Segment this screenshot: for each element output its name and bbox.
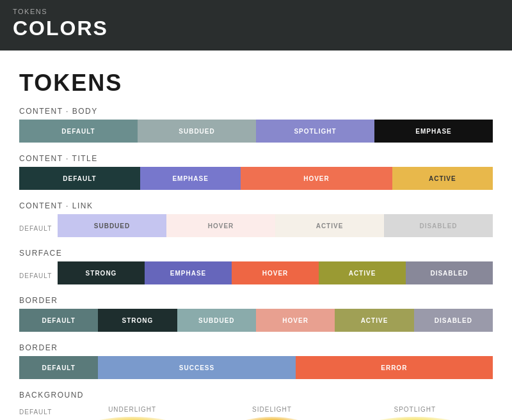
swatch-br1-active: ACTIVE bbox=[335, 309, 413, 332]
swatch-cl-subdued: SUBDUED bbox=[58, 214, 166, 237]
swatch-br1-default: DEFAULT bbox=[19, 309, 98, 332]
section-content-title: CONTENT · TITLE DEFAULT EMPHASE HOVER AC… bbox=[19, 154, 493, 190]
swatch-br1-subdued: SUBDUED bbox=[177, 309, 256, 332]
section-background: BACKGROUND DEFAULT UNDERLIGHT SIDELIGHT … bbox=[19, 391, 493, 420]
bg-underlight-item: UNDERLIGHT bbox=[88, 406, 177, 420]
background-row: DEFAULT UNDERLIGHT SIDELIGHT SPOTLIGHT bbox=[19, 403, 493, 420]
swatch-ct-hover: HOVER bbox=[241, 167, 392, 190]
content-link-row: SUBDUED HOVER ACTIVE DISABLED bbox=[58, 214, 493, 237]
bg-spotlight-item: SPOTLIGHT bbox=[367, 406, 463, 420]
swatch-br2-error: ERROR bbox=[296, 356, 493, 379]
section-label-content-link: CONTENT · LINK bbox=[19, 201, 493, 210]
bg-underlight-label: UNDERLIGHT bbox=[108, 406, 156, 413]
section-border1: BORDER DEFAULT STRONG SUBDUED HOVER ACTI… bbox=[19, 296, 493, 332]
section-label-border2: BORDER bbox=[19, 343, 493, 352]
swatch-cb-spotlight: SPOTLIGHT bbox=[256, 120, 374, 143]
surface-row-with-label: DEFAULT STRONG EMPHASE HOVER ACTIVE DISA… bbox=[19, 261, 493, 284]
background-swatches: UNDERLIGHT SIDELIGHT SPOTLIGHT bbox=[58, 403, 493, 420]
surface-sub-label: DEFAULT bbox=[19, 267, 58, 279]
bg-spotlight-label: SPOTLIGHT bbox=[394, 406, 436, 413]
swatch-sf-emphase: EMPHASE bbox=[145, 261, 232, 284]
border2-row: DEFAULT SUCCESS ERROR bbox=[19, 356, 493, 379]
content-link-row-with-label: DEFAULT SUBDUED HOVER ACTIVE DISABLED bbox=[19, 214, 493, 237]
swatch-br2-success: SUCCESS bbox=[98, 356, 295, 379]
swatch-sf-strong: STRONG bbox=[58, 261, 145, 284]
section-label-background: BACKGROUND bbox=[19, 391, 493, 400]
bg-sidelight-item: SIDELIGHT bbox=[237, 406, 307, 420]
swatch-cl-active: ACTIVE bbox=[275, 214, 384, 237]
swatch-ct-emphase: EMPHASE bbox=[140, 167, 241, 190]
section-content-link: CONTENT · LINK DEFAULT SUBDUED HOVER ACT… bbox=[19, 201, 493, 237]
background-sub-label: DEFAULT bbox=[19, 403, 58, 416]
section-content-body: CONTENT · BODY DEFAULT SUBDUED SPOTLIGHT… bbox=[19, 107, 493, 143]
swatch-cb-default: DEFAULT bbox=[19, 120, 138, 143]
swatch-cl-disabled: DISABLED bbox=[384, 214, 493, 237]
swatch-br2-default: DEFAULT bbox=[19, 356, 98, 379]
content-title-row: DEFAULT EMPHASE HOVER ACTIVE bbox=[19, 167, 493, 190]
page-title: TOKENS bbox=[19, 70, 493, 97]
bg-sidelight-swatch bbox=[237, 417, 307, 420]
swatch-cb-emphase: EMPHASE bbox=[374, 120, 493, 143]
header-subtitle: TOKENS bbox=[13, 8, 499, 15]
swatch-cl-hover: HOVER bbox=[166, 214, 275, 237]
main-content: TOKENS CONTENT · BODY DEFAULT SUBDUED SP… bbox=[0, 51, 512, 420]
bg-sidelight-label: SIDELIGHT bbox=[252, 406, 292, 413]
section-label-surface: SURFACE bbox=[19, 249, 493, 258]
swatch-br1-disabled: DISABLED bbox=[414, 309, 493, 332]
swatch-br1-strong: STRONG bbox=[98, 309, 177, 332]
section-border2: BORDER DEFAULT SUCCESS ERROR bbox=[19, 343, 493, 379]
content-link-sub-label: DEFAULT bbox=[19, 220, 58, 232]
swatch-ct-active: ACTIVE bbox=[392, 167, 493, 190]
bg-underlight-swatch bbox=[88, 417, 177, 420]
surface-row: STRONG EMPHASE HOVER ACTIVE DISABLED bbox=[58, 261, 493, 284]
content-body-row: DEFAULT SUBDUED SPOTLIGHT EMPHASE bbox=[19, 120, 493, 143]
swatch-br1-hover: HOVER bbox=[256, 309, 335, 332]
swatch-sf-hover: HOVER bbox=[232, 261, 319, 284]
swatch-sf-disabled: DISABLED bbox=[406, 261, 493, 284]
swatch-sf-active: ACTIVE bbox=[319, 261, 406, 284]
swatch-cb-subdued: SUBDUED bbox=[138, 120, 256, 143]
section-surface: SURFACE DEFAULT STRONG EMPHASE HOVER ACT… bbox=[19, 249, 493, 284]
header-bar: TOKENS COLORS bbox=[0, 0, 512, 51]
swatch-ct-default: DEFAULT bbox=[19, 167, 140, 190]
section-label-border1: BORDER bbox=[19, 296, 493, 305]
section-label-content-title: CONTENT · TITLE bbox=[19, 154, 493, 163]
header-title: COLORS bbox=[13, 17, 499, 40]
border1-row: DEFAULT STRONG SUBDUED HOVER ACTIVE DISA… bbox=[19, 309, 493, 332]
section-label-content-body: CONTENT · BODY bbox=[19, 107, 493, 116]
bg-spotlight-swatch bbox=[367, 417, 463, 420]
